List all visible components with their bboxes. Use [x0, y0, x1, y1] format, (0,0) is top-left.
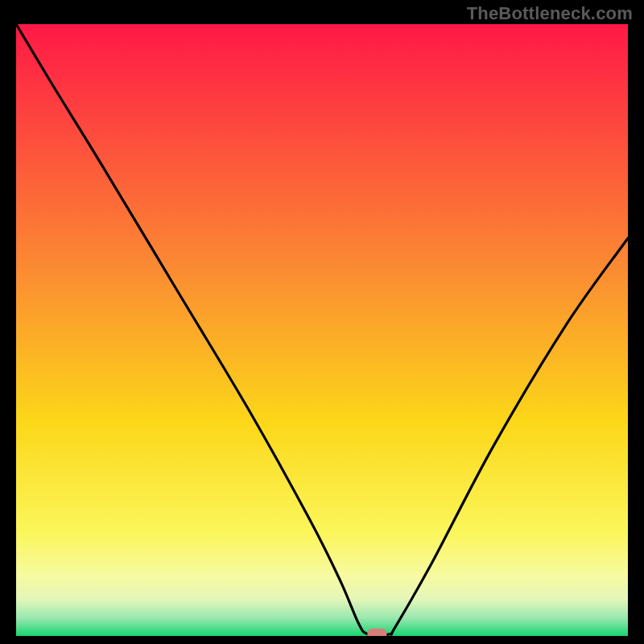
optimal-point-marker [367, 629, 386, 636]
plot-area [16, 24, 628, 636]
bottleneck-chart [16, 24, 628, 636]
watermark-text: TheBottleneck.com [467, 3, 633, 24]
chart-frame: TheBottleneck.com [0, 0, 644, 644]
